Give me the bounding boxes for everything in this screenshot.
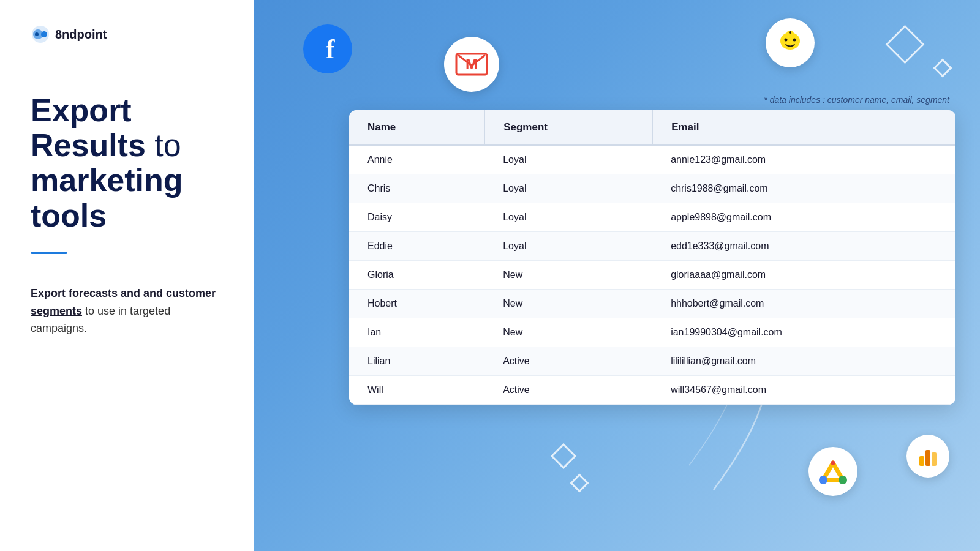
table-cell-segment: Loyal: [484, 232, 652, 261]
table-cell-name: Gloria: [349, 261, 484, 290]
table-body: AnnieLoyalannie123@gmail.comChrisLoyalch…: [349, 145, 956, 405]
diamond-top-right-sm: [933, 58, 952, 77]
diamond-bottom-center: [551, 443, 576, 469]
table-cell-name: Lilian: [349, 347, 484, 376]
description: Export forecasts and and customer segmen…: [31, 285, 224, 337]
table-row: IanNewian19990304@gmail.com: [349, 318, 956, 347]
svg-point-7: [785, 39, 788, 42]
svg-rect-16: [925, 450, 930, 466]
table-cell-email: annie123@gmail.com: [652, 145, 956, 174]
table-cell-segment: New: [484, 261, 652, 290]
col-segment: Segment: [484, 110, 652, 145]
table-cell-segment: Active: [484, 376, 652, 405]
table-cell-segment: New: [484, 290, 652, 318]
right-panel: f M * data includes : customer name, ema…: [254, 0, 980, 551]
table-cell-name: Hobert: [349, 290, 484, 318]
table-row: ChrisLoyalchris1988@gmail.com: [349, 174, 956, 203]
table-cell-segment: New: [484, 318, 652, 347]
table-cell-name: Eddie: [349, 232, 484, 261]
logo-area: 8ndpoint: [31, 24, 224, 44]
table-cell-name: Annie: [349, 145, 484, 174]
facebook-icon: f: [303, 24, 352, 73]
heading-tools: marketing tools: [31, 162, 183, 233]
svg-point-8: [793, 39, 796, 42]
svg-point-3: [35, 32, 39, 36]
table-row: GloriaNewgloriaaaa@gmail.com: [349, 261, 956, 290]
svg-text:M: M: [466, 56, 478, 72]
table-cell-email: chris1988@gmail.com: [652, 174, 956, 203]
gmail-icon: M: [444, 37, 499, 92]
svg-rect-17: [932, 452, 937, 466]
table-row: DaisyLoyalapple9898@gmail.com: [349, 203, 956, 232]
col-email: Email: [652, 110, 956, 145]
table-cell-name: Ian: [349, 318, 484, 347]
svg-point-13: [839, 476, 847, 484]
data-table-container: Name Segment Email AnnieLoyalannie123@gm…: [349, 110, 956, 405]
heading-results: Results: [31, 127, 146, 163]
col-name: Name: [349, 110, 484, 145]
table-cell-email: will34567@gmail.com: [652, 376, 956, 405]
table-cell-email: gloriaaaa@gmail.com: [652, 261, 956, 290]
data-table: Name Segment Email AnnieLoyalannie123@gm…: [349, 110, 956, 405]
svg-point-10: [789, 31, 791, 34]
diamond-top-right-lg: [886, 25, 925, 64]
data-note: * data includes : customer name, email, …: [764, 95, 949, 105]
table-cell-email: edd1e333@gmail.com: [652, 232, 956, 261]
svg-rect-15: [919, 456, 924, 466]
table-cell-email: ian19990304@gmail.com: [652, 318, 956, 347]
table-cell-email: apple9898@gmail.com: [652, 203, 956, 232]
svg-point-2: [41, 31, 47, 37]
logo-icon: [31, 24, 50, 44]
left-panel: 8ndpoint Export Results to marketing too…: [0, 0, 254, 551]
svg-point-12: [819, 476, 827, 484]
google-ads-icon: [809, 447, 858, 496]
table-cell-email: lililillian@gmail.com: [652, 347, 956, 376]
table-row: HobertNewhhhobert@gmail.com: [349, 290, 956, 318]
table-cell-name: Daisy: [349, 203, 484, 232]
table-cell-segment: Loyal: [484, 174, 652, 203]
table-header-row: Name Segment Email: [349, 110, 956, 145]
table-cell-segment: Loyal: [484, 145, 652, 174]
divider-line: [31, 252, 67, 254]
table-row: AnnieLoyalannie123@gmail.com: [349, 145, 956, 174]
table-cell-name: Will: [349, 376, 484, 405]
diamond-bottom-center-sm: [570, 473, 589, 492]
table-row: WillActivewill34567@gmail.com: [349, 376, 956, 405]
heading-to: to: [154, 127, 181, 163]
table-row: LilianActivelililillian@gmail.com: [349, 347, 956, 376]
table-row: EddieLoyaledd1e333@gmail.com: [349, 232, 956, 261]
table-cell-segment: Loyal: [484, 203, 652, 232]
logo-text: 8ndpoint: [55, 28, 107, 42]
table-cell-name: Chris: [349, 174, 484, 203]
table-cell-email: hhhobert@gmail.com: [652, 290, 956, 318]
table-cell-segment: Active: [484, 347, 652, 376]
analytics-icon: [907, 435, 949, 478]
main-heading: Export Results to marketing tools: [31, 93, 224, 233]
mailchimp-icon: [766, 18, 815, 67]
heading-export: Export: [31, 92, 132, 128]
